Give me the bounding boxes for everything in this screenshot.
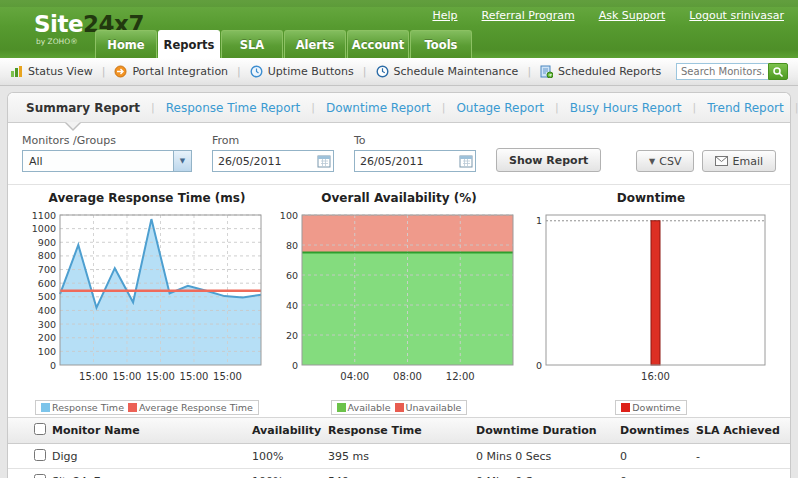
monitors-groups-value: All [23,155,173,168]
svg-text:500: 500 [38,291,56,302]
table-row: Digg 100% 395 ms 0 Mins 0 Secs 0 - [8,444,790,469]
from-date-input[interactable] [213,155,315,168]
from-date-field: From [212,134,334,172]
status-view-button[interactable]: Status View [10,65,93,78]
svg-text:900: 900 [38,237,56,248]
svg-text:700: 700 [38,264,56,275]
legend-swatch [337,403,346,412]
to-datebox [354,150,476,172]
downtimes-cell: 0 [620,450,696,463]
nav-tab-sla[interactable]: SLA [221,30,283,58]
svg-text:800: 800 [38,250,56,261]
downtime-chart-svg: 0116:00 [528,207,774,395]
from-label: From [212,134,334,147]
monitor-search [676,63,788,80]
search-input[interactable] [676,63,768,80]
toolbar-separator: | [363,65,367,78]
ask-support-link[interactable]: Ask Support [599,9,666,22]
tab-trend-report[interactable]: Trend Report [707,101,783,115]
logout-link[interactable]: Logout srinivasar [689,9,784,22]
average-response-time-chart: Average Response Time (ms) 0100200300400… [24,191,270,415]
svg-text:60: 60 [286,270,298,281]
availability-cell: 100% [252,475,328,478]
chart-title: Overall Availability (%) [276,191,522,207]
filter-bar: Monitors /Groups All ▼ From [8,123,790,185]
uptime-buttons-button[interactable]: Uptime Buttons [250,65,354,78]
svg-text:40: 40 [286,300,298,311]
main-nav: Home Reports SLA Alerts Account Tools [95,30,472,58]
overall-availability-chart: Overall Availability (%) 02040608010004:… [276,191,522,415]
tab-outage-report[interactable]: Outage Report [456,101,544,115]
search-icon [772,66,784,78]
to-date-field: To [354,134,476,172]
availability-cell: 100% [252,450,328,463]
csv-dropdown-icon: ▼ [649,157,655,166]
uptime-buttons-label: Uptime Buttons [268,65,354,78]
svg-text:0: 0 [536,360,542,371]
calendar-icon[interactable] [457,155,475,168]
col-availability: Availability [252,424,328,437]
row-checkbox[interactable] [34,474,46,478]
row-checkbox[interactable] [34,449,46,461]
scheduled-reports-button[interactable]: Scheduled Reports [540,65,661,78]
legend-label: Unavailable [406,402,462,413]
content-panel: Summary Report | Response Time Report | … [7,92,791,478]
downtime-chart: Downtime 0116:00 Downtime [528,191,774,415]
toolbar-separator: | [527,65,531,78]
csv-button[interactable]: ▼CSV [636,150,694,172]
legend-swatch [128,403,137,412]
overall-availability-chart-legend-box: AvailableUnavailable [331,400,468,415]
col-sla-achieved: SLA Achieved [696,424,790,437]
svg-text:600: 600 [38,278,56,289]
header: Site24x7 by ZOHO® Help Referral Program … [0,0,798,58]
help-link[interactable]: Help [432,9,457,22]
report-tab-separator: | [442,101,446,114]
sla-achieved-cell: - [696,475,790,478]
tab-summary-report[interactable]: Summary Report [26,101,140,115]
nav-tab-reports[interactable]: Reports [158,30,220,58]
monitors-groups-field: Monitors /Groups All ▼ [22,134,192,172]
nav-tab-home[interactable]: Home [95,30,157,58]
header-checkbox-cell [8,423,52,438]
monitor-name-cell: Digg [52,450,252,463]
report-tab-separator: | [311,101,315,114]
svg-text:100: 100 [280,210,298,221]
search-button[interactable] [768,63,788,80]
show-report-button[interactable]: Show Report [496,148,601,172]
row-checkbox-cell [8,474,52,478]
tab-downtime-report[interactable]: Downtime Report [326,101,431,115]
downtime-duration-cell: 0 Mins 0 Secs [476,450,620,463]
portal-integration-button[interactable]: Portal Integration [114,65,228,78]
uptime-buttons-icon [250,65,263,78]
legend-label: Response Time [52,402,124,413]
tab-response-time-report[interactable]: Response Time Report [166,101,300,115]
legend-swatch [41,403,50,412]
referral-program-link[interactable]: Referral Program [482,9,575,22]
report-tab-separator: | [693,101,697,114]
select-all-checkbox[interactable] [34,423,46,435]
portal-integration-icon [114,65,127,78]
schedule-maintenance-button[interactable]: Schedule Maintenance [376,65,519,78]
email-button[interactable]: Email [702,150,776,172]
nav-tab-tools[interactable]: Tools [410,30,472,58]
tab-busy-hours-report[interactable]: Busy Hours Report [570,101,682,115]
report-tab-separator: | [151,101,155,114]
nav-tab-account[interactable]: Account [347,30,409,58]
svg-text:400: 400 [38,305,56,316]
status-view-icon [10,65,23,78]
calendar-icon[interactable] [315,155,333,168]
to-date-input[interactable] [355,155,457,168]
nav-tab-alerts[interactable]: Alerts [284,30,346,58]
svg-text:08:00: 08:00 [393,371,422,382]
monitors-groups-select[interactable]: All ▼ [22,150,192,172]
svg-text:15:00: 15:00 [146,371,175,382]
table-row: Site24x7 100% 549 ms 0 Mins 0 Secs 0 - [8,469,790,478]
charts-row: Average Response Time (ms) 0100200300400… [8,185,790,415]
legend-label: Average Response Time [139,402,253,413]
svg-text:300: 300 [38,319,56,330]
chart-plot: 0116:00 [528,207,774,399]
report-tab-separator: | [555,101,559,114]
average-response-time-chart-legend-box: Response TimeAverage Response Time [35,400,259,415]
site24x7-app: Site24x7 by ZOHO® Help Referral Program … [0,0,798,478]
col-downtime-duration: Downtime Duration [476,424,620,437]
